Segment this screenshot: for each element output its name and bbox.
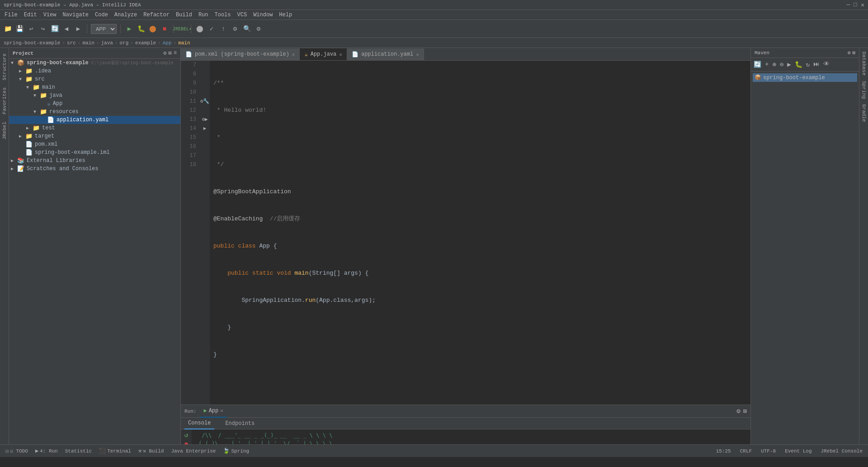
spring-side-tab[interactable]: Spring	[860, 79, 868, 101]
tree-iml[interactable]: ▶ 📄 spring-boot-example.iml	[9, 148, 180, 157]
tree-src[interactable]: ▼ 📁 src	[9, 75, 180, 83]
breadcrumb-src[interactable]: src	[67, 40, 76, 46]
statistic-item[interactable]: Statistic	[63, 448, 94, 455]
window-controls[interactable]: — □ ✕	[847, 1, 864, 9]
event-log-item[interactable]: Event Log	[783, 448, 813, 455]
debug-button[interactable]: 🐛	[136, 24, 146, 34]
tree-resources[interactable]: ▼ 📁 resources	[9, 108, 180, 116]
spring-item[interactable]: 🍃 Spring	[221, 447, 251, 455]
menu-item-build[interactable]: Build	[173, 11, 195, 19]
structure-tab[interactable]: Structure	[1, 50, 8, 84]
tab-pom[interactable]: 📄 pom.xml (spring-boot-example) ✕	[181, 48, 300, 60]
appyaml-tab-close[interactable]: ✕	[416, 52, 419, 57]
maven-show-icon[interactable]: 👁	[822, 60, 830, 69]
maven-float-icon[interactable]: ⊞	[852, 50, 855, 56]
menu-item-edit[interactable]: Edit	[21, 11, 40, 19]
minimize-button[interactable]: —	[847, 1, 850, 9]
commit-button[interactable]: ✓	[207, 24, 217, 34]
menu-item-refactor[interactable]: Refactor	[141, 11, 172, 19]
breadcrumb-java[interactable]: java	[101, 40, 113, 46]
tree-test[interactable]: ▶ 📁 test	[9, 124, 180, 132]
endpoints-tab[interactable]: Endpoints	[222, 418, 258, 429]
search-button[interactable]: 🔍	[242, 24, 252, 34]
menu-item-run[interactable]: Run	[196, 11, 211, 19]
menu-item-tools[interactable]: Tools	[212, 11, 234, 19]
tools-button[interactable]: ⚙	[230, 24, 240, 34]
console-tab[interactable]: Console	[184, 418, 214, 429]
settings-icon[interactable]: ≡	[174, 50, 177, 57]
breadcrumb-org[interactable]: org	[119, 40, 128, 46]
push-button[interactable]: ↑	[218, 24, 228, 34]
menu-item-file[interactable]: File	[2, 11, 20, 19]
maven-skip-icon[interactable]: ⏭	[812, 60, 821, 69]
run-item[interactable]: ▶ 4: Run	[33, 447, 60, 455]
appjava-tab-close[interactable]: ✕	[339, 52, 342, 57]
jrebel-console-item[interactable]: JRebel Console	[819, 448, 864, 455]
tree-root[interactable]: ▼ 📦 spring-boot-example C:\java项目\spring…	[9, 59, 180, 67]
code-editor[interactable]: 7 8 9 10 11 12 13 14 15 16 17 18	[181, 61, 750, 405]
open-button[interactable]: 📁	[3, 24, 13, 34]
line-col-item[interactable]: 15:25	[714, 448, 733, 455]
maven-run-icon[interactable]: ▶	[786, 60, 792, 69]
expand-icon[interactable]: ⊞	[169, 50, 172, 57]
terminal-item[interactable]: ⬛ Terminal	[97, 447, 133, 455]
maven-debug-icon[interactable]: 🐛	[794, 60, 803, 69]
breadcrumb-mainfn[interactable]: main	[178, 40, 190, 46]
menu-item-vcs[interactable]: VCS	[235, 11, 250, 19]
sync-button[interactable]: 🔄	[50, 24, 60, 34]
breadcrumb-app[interactable]: App	[163, 40, 172, 46]
tree-idea[interactable]: ▶ 📁 .idea	[9, 67, 180, 75]
menu-item-view[interactable]: View	[41, 11, 59, 19]
code-content[interactable]: /** * Hello world! * */ @SpringBootAppli…	[210, 61, 750, 405]
database-tab[interactable]: Database	[860, 50, 868, 77]
back-button[interactable]: ◀	[61, 24, 71, 34]
tree-org-example[interactable]: ▶ ☕ App	[9, 100, 180, 108]
maven-plus-icon[interactable]: +	[764, 60, 769, 69]
todo-item[interactable]: ☑ ☑ TODO	[4, 447, 30, 455]
tree-external-libs[interactable]: ▶ 📚 External Libraries	[9, 157, 180, 165]
run-cover-button[interactable]: ⬤	[148, 24, 158, 34]
tab-appyaml[interactable]: 📄 application.yaml ✕	[347, 48, 424, 60]
build-button[interactable]: ▶	[124, 24, 134, 34]
tree-java[interactable]: ▼ 📁 java	[9, 91, 180, 100]
tree-pom[interactable]: ▶ 📄 pom.xml	[9, 140, 180, 148]
pom-tab-close[interactable]: ✕	[292, 52, 295, 57]
menu-item-window[interactable]: Window	[250, 11, 275, 19]
menu-item-help[interactable]: Help	[276, 11, 295, 19]
tree-main[interactable]: ▼ 📁 main	[9, 83, 180, 91]
jrebel-side-tab[interactable]: JRebel	[1, 118, 8, 143]
undo-button[interactable]: ↩	[26, 24, 36, 34]
java-enterprise-item[interactable]: Java Enterprise	[169, 448, 217, 455]
profile-button[interactable]: ⬤	[195, 24, 205, 34]
stop-icon[interactable]: ■	[184, 441, 188, 444]
rerun-icon[interactable]: ↺	[184, 431, 188, 439]
app-selector[interactable]: APP	[91, 24, 117, 34]
save-button[interactable]: 💾	[14, 24, 24, 34]
tab-appjava[interactable]: ☕ App.java ✕	[300, 48, 347, 60]
favorites-tab[interactable]: Favorites	[1, 84, 8, 118]
menu-item-navigate[interactable]: Navigate	[60, 11, 91, 19]
gear-icon[interactable]: ⚙	[736, 407, 740, 415]
maven-lifecycle-icon[interactable]: ↻	[805, 60, 811, 69]
close-button[interactable]: ✕	[861, 1, 864, 9]
cog-icon[interactable]: ⚙	[163, 50, 166, 57]
tree-target[interactable]: ▶ 📁 target	[9, 132, 180, 140]
app-run-tab[interactable]: ▶ App ✕	[200, 405, 226, 418]
breadcrumb-example[interactable]: example	[135, 40, 156, 46]
maven-collapse-all-icon[interactable]: ⊖	[779, 60, 784, 69]
settings-button[interactable]: ⚙	[254, 24, 264, 34]
build-item[interactable]: ⚒ ⚒ Build	[137, 447, 165, 455]
float-icon[interactable]: ⊞	[743, 407, 747, 415]
tree-scratches[interactable]: ▶ 📝 Scratches and Consoles	[9, 165, 180, 173]
maven-settings-icon[interactable]: ⚙	[848, 50, 851, 56]
forward-button[interactable]: ▶	[73, 24, 83, 34]
maven-sync-icon[interactable]: 🔄	[753, 60, 762, 69]
menu-item-analyze[interactable]: Analyze	[112, 11, 140, 19]
tree-application-yaml[interactable]: ▶ 📄 application.yaml	[9, 116, 180, 124]
maven-root-item[interactable]: 📦 spring-boot-example	[753, 73, 857, 82]
maven-expand-all-icon[interactable]: ⊕	[771, 60, 777, 69]
app-run-close[interactable]: ✕	[220, 408, 223, 414]
menu-item-code[interactable]: Code	[92, 11, 111, 19]
stop-button[interactable]: ■	[160, 24, 170, 34]
maximize-button[interactable]: □	[854, 1, 857, 9]
